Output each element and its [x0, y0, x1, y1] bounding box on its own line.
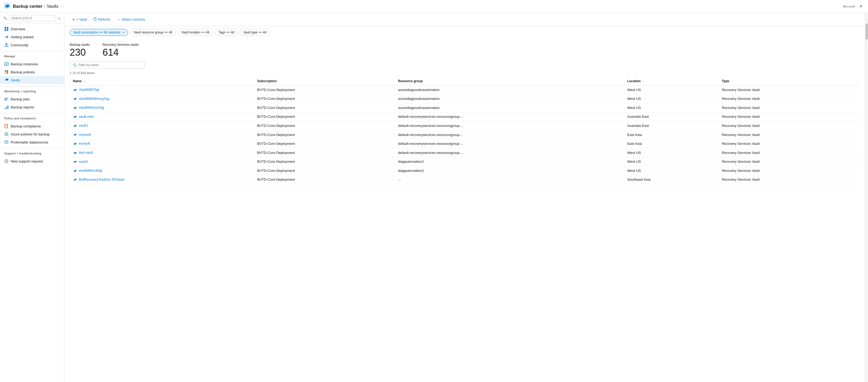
select-columns-button[interactable]: → Select columns	[114, 16, 148, 23]
cell-name: VaultWithoutTag	[70, 103, 254, 112]
sidebar-item-getting-started[interactable]: Getting started	[0, 33, 64, 41]
cell-subscription: BVTD-Core-Deployment	[254, 121, 395, 130]
sidebar-item-overview[interactable]: Overview	[0, 25, 64, 33]
backup-policies-icon	[4, 70, 8, 74]
vaults-icon	[4, 78, 8, 82]
vault-name-link[interactable]: BvtRecoveryTestSvc RSVault	[79, 177, 124, 181]
sidebar-item-label: Backup reports	[11, 105, 34, 109]
svg-rect-10	[7, 70, 8, 72]
app-title: Backup center	[13, 4, 42, 9]
stats-section: Backup vaults 230 Recovery Services vaul…	[64, 39, 865, 62]
filter-chip-vault-type[interactable]: Vault type == All	[240, 29, 270, 36]
support-section: New support request	[0, 156, 64, 166]
filter-chip-tags[interactable]: Tags == All	[215, 29, 238, 36]
row-vault-icon	[73, 160, 79, 164]
name-filter-input[interactable]	[78, 63, 142, 67]
sidebar-item-vaults[interactable]: Vaults	[0, 76, 64, 84]
svg-rect-3	[5, 29, 6, 31]
table-header-row: Name ↕ Subscription Resource group Locat…	[70, 77, 860, 85]
filter-chip-label: Vault type == All	[243, 31, 267, 34]
row-vault-icon	[73, 88, 79, 92]
cell-resource-group: diagautomation2	[395, 166, 624, 175]
sidebar: 🔍 « Overview	[0, 13, 64, 382]
vault-name-link[interactable]: tryvault	[79, 141, 90, 145]
manage-section: Backup instances Backup policies	[0, 59, 64, 85]
sidebar-item-backup-reports[interactable]: Backup reports	[0, 103, 64, 111]
protectable-datasources-icon	[4, 140, 8, 144]
scrollbar-track[interactable]	[865, 13, 868, 382]
more-options-button[interactable]: ···	[60, 3, 65, 9]
backup-compliance-icon	[4, 124, 8, 128]
cell-location: East Asia	[624, 139, 719, 148]
filter-chip-label: Vault resource group == All	[134, 31, 172, 34]
cell-subscription: BVTD-Core-Deployment	[254, 94, 395, 103]
vault-name-link[interactable]: test-vault	[79, 150, 93, 154]
row-vault-icon	[73, 133, 79, 137]
svg-rect-12	[7, 72, 8, 74]
svg-rect-9	[5, 70, 6, 72]
plus-icon: +	[72, 18, 74, 22]
sidebar-item-label: Backup instances	[11, 62, 38, 66]
items-count: 1-15 of 844 items	[70, 71, 860, 75]
vault-name-link[interactable]: VaultWithTag	[79, 88, 99, 92]
cell-location: West US	[624, 157, 719, 166]
sidebar-item-label: Protectable datasources	[11, 140, 48, 144]
filter-input-wrapper: 🔍	[70, 62, 860, 69]
cell-location: West US	[624, 166, 719, 175]
monitoring-section: Backup jobs Backup reports	[0, 94, 64, 112]
filter-chip-subscription[interactable]: Vault subscription == 66 selected ✕	[70, 29, 128, 36]
cell-location: Southeast Asia	[624, 175, 719, 184]
sidebar-item-label: New support request	[11, 159, 43, 163]
sidebar-item-azure-policies[interactable]: Azure policies for backup	[0, 130, 64, 138]
cell-resource-group: diagautomation2	[395, 157, 624, 166]
search-input[interactable]	[9, 15, 56, 22]
table-row: VaultWithWrongTag BVTD-Core-Deployment a…	[70, 94, 860, 103]
filter-chip-location[interactable]: Vault location == All	[178, 29, 213, 36]
vault-name-link[interactable]: myvault	[79, 133, 91, 137]
cell-resource-group: default-recoveryservices-resourcegroup-.…	[395, 139, 624, 148]
sidebar-item-backup-compliance[interactable]: Backup compliance	[0, 122, 64, 130]
cell-subscription: BVTD-Core-Deployment	[254, 130, 395, 139]
sort-icon-location[interactable]: ↕	[643, 80, 644, 83]
close-button[interactable]: ✕	[857, 3, 865, 10]
vault-name-link[interactable]: vault1	[79, 124, 88, 128]
cell-resource-group: azurediagnosticautomation	[395, 94, 624, 103]
refresh-button[interactable]: Refresh	[91, 15, 113, 23]
svg-rect-15	[5, 100, 6, 101]
svg-point-6	[5, 45, 6, 46]
vault-name-link[interactable]: vault1	[79, 160, 88, 164]
collapse-sidebar-button[interactable]: «	[58, 15, 61, 21]
sidebar-item-backup-policies[interactable]: Backup policies	[0, 68, 64, 76]
vault-name-link[interactable]: vaultwithouttag	[79, 168, 102, 172]
svg-rect-1	[5, 27, 6, 29]
table-row: vault1 BVTD-Core-Deployment diagautomati…	[70, 157, 860, 166]
sidebar-item-protectable-datasources[interactable]: Protectable datasources	[0, 138, 64, 146]
cell-subscription: BVTD-Core-Deployment	[254, 175, 395, 184]
svg-rect-13	[5, 98, 8, 99]
sidebar-item-backup-jobs[interactable]: Backup jobs	[0, 95, 64, 103]
sidebar-item-new-support-request[interactable]: New support request	[0, 157, 64, 165]
cell-type: Recovery Services Vault	[719, 175, 860, 184]
backup-jobs-icon	[4, 97, 8, 101]
vault-name-link[interactable]: VaultWithoutTag	[79, 105, 104, 109]
sidebar-item-backup-instances[interactable]: Backup instances	[0, 60, 64, 68]
monitoring-section-label: Monitoring + reporting	[0, 86, 64, 94]
manage-section-label: Manage	[0, 51, 64, 59]
filter-chip-resource-group[interactable]: Vault resource group == All	[130, 29, 176, 36]
backup-vaults-value: 230	[70, 48, 90, 57]
support-section-label: Support + troubleshooting	[0, 148, 64, 156]
col-header-resource-group: Resource group	[395, 77, 624, 85]
row-vault-icon	[73, 177, 79, 181]
svg-rect-11	[5, 72, 6, 74]
add-vault-button[interactable]: + + Vault	[70, 16, 90, 23]
scrollbar-thumb[interactable]	[866, 24, 868, 40]
vault-name-link[interactable]: vault-new	[79, 114, 94, 118]
table-row: VaultWithTag BVTD-Core-Deployment azured…	[70, 85, 860, 95]
sidebar-item-community[interactable]: Community	[0, 41, 64, 49]
cell-name: tryvault	[70, 139, 254, 148]
vault-name-link[interactable]: VaultWithWrongTag	[79, 97, 109, 101]
cell-location: East Asia	[624, 130, 719, 139]
sort-icon-name[interactable]: ↕	[84, 80, 85, 83]
row-vault-icon	[73, 97, 79, 101]
backup-vaults-stat: Backup vaults 230	[70, 43, 90, 57]
